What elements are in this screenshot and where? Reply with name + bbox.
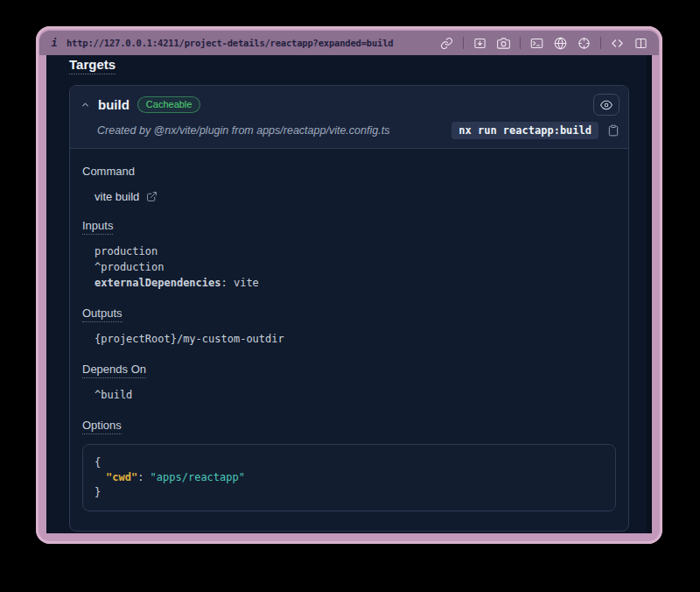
code-icon[interactable] — [610, 36, 625, 51]
external-link-icon[interactable] — [146, 191, 158, 202]
command-value: vite build — [94, 190, 139, 203]
options-json-block: { "cwd": "apps/reactapp" } — [82, 444, 616, 511]
outputs-heading: Outputs — [82, 307, 122, 322]
build-card-header: build Cacheable Created by @nx/vite/plug… — [70, 86, 628, 149]
toolbar-actions — [439, 36, 648, 51]
page-title: Targets — [69, 58, 116, 74]
scrollbar[interactable] — [647, 55, 652, 533]
link-icon[interactable] — [439, 36, 454, 51]
url-bar[interactable]: http://127.0.0.1:4211/project-details/re… — [66, 38, 393, 48]
camera-icon[interactable] — [496, 36, 511, 51]
inputs-list: production ^production externalDependenc… — [94, 243, 618, 291]
json-line: { — [94, 455, 604, 470]
project-details-page: Targets build Cacheable — [46, 55, 652, 533]
target-name: build — [98, 97, 130, 112]
created-by-text: Created by @nx/vite/plugin from apps/rea… — [97, 124, 443, 137]
toolbar-divider — [600, 37, 601, 49]
copy-icon[interactable] — [607, 124, 620, 137]
toolbar-divider — [463, 37, 464, 49]
target-card-build: build Cacheable Created by @nx/vite/plug… — [69, 85, 629, 532]
input-item: externalDependencies: vite — [94, 275, 618, 291]
globe-icon[interactable] — [553, 36, 568, 51]
run-command-chip: nx run reactapp:build — [452, 122, 598, 139]
scroll-area: Targets build Cacheable — [46, 55, 652, 533]
browser-toolbar: i http://127.0.0.1:4211/project-details/… — [39, 31, 659, 55]
cacheable-badge: Cacheable — [137, 96, 201, 114]
json-line: } — [94, 485, 604, 500]
toolbar-divider — [520, 37, 521, 49]
json-line: "cwd": "apps/reactapp" — [94, 470, 604, 485]
output-item: {projectRoot}/my-custom-outdir — [94, 331, 618, 347]
options-heading: Options — [82, 419, 122, 434]
split-view-icon[interactable] — [634, 36, 648, 51]
command-heading: Command — [82, 166, 135, 180]
created-by-row: Created by @nx/vite/plugin from apps/rea… — [70, 116, 628, 148]
chevron-up-icon — [80, 100, 90, 109]
info-icon: i — [50, 37, 59, 49]
depends-on-list: ^build — [94, 387, 618, 403]
input-item: production — [94, 243, 618, 259]
input-item: ^production — [94, 259, 618, 275]
browser-window: i http://127.0.0.1:4211/project-details/… — [36, 26, 662, 544]
inputs-heading: Inputs — [82, 220, 113, 235]
build-header-row[interactable]: build Cacheable — [70, 86, 628, 116]
build-card-body: Command vite build Inputs production ^pr… — [70, 164, 628, 531]
view-target-graph-button[interactable] — [593, 94, 620, 116]
terminal-icon[interactable] — [529, 36, 544, 51]
outputs-list: {projectRoot}/my-custom-outdir — [94, 331, 618, 347]
crosshair-icon[interactable] — [577, 36, 592, 51]
save-window-icon[interactable] — [472, 36, 487, 51]
depends-on-item: ^build — [94, 387, 618, 403]
depends-on-heading: Depends On — [82, 363, 146, 378]
